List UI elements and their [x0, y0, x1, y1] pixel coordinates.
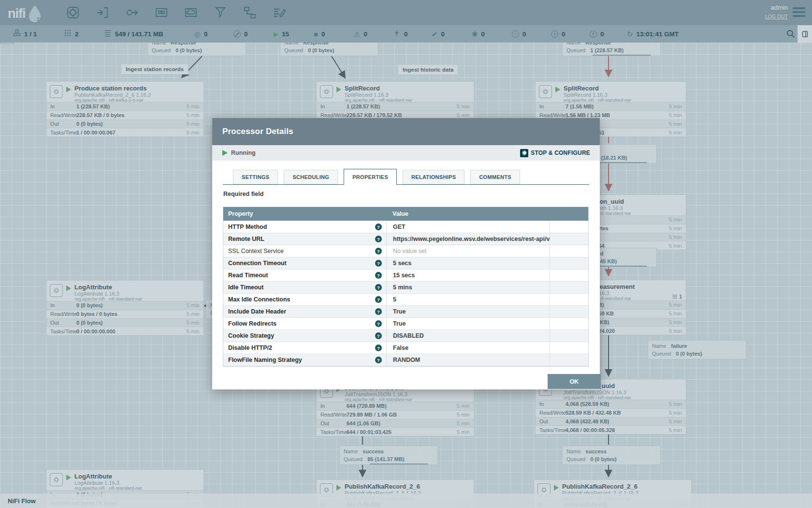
invalid-icon: ⚠: [354, 30, 360, 38]
processor-stats: In4,068 (528.59 KB)5 minRead/Write528.59…: [536, 400, 686, 434]
stat-row: In644 (729.89 MB)5 min: [317, 402, 474, 410]
status-locally-modified-count: 0: [481, 30, 485, 38]
search-icon[interactable]: [786, 29, 796, 39]
processor-name: PublishKafkaRecord_2_6: [345, 483, 420, 490]
help-icon[interactable]: ?: [375, 344, 382, 351]
stat-window: 5 min: [665, 104, 686, 109]
global-menu-button[interactable]: [793, 7, 805, 19]
stat-window: 5 min: [182, 104, 203, 109]
property-cell: Remote URL?: [223, 236, 386, 242]
stop-and-configure-button[interactable]: STOP & CONFIGURE: [520, 145, 590, 161]
processor-icon: [50, 284, 63, 297]
spare-cell: [550, 318, 588, 329]
tab-properties[interactable]: PROPERTIES: [344, 169, 397, 185]
tab-relationships[interactable]: RELATIONSHIPS: [403, 170, 464, 184]
stat-window: 5 min: [665, 311, 686, 316]
stat-label: Tasks/Time: [46, 329, 76, 334]
value-cell[interactable]: No value set: [386, 366, 550, 367]
status-bar: 1 / 12549 / 141.71 MB◎00▶15■0⚠00✔0✱0↑0!0…: [0, 25, 812, 43]
refresh-icon: ↻: [627, 30, 633, 38]
value-cell[interactable]: True: [386, 306, 550, 317]
running-icon: [222, 150, 228, 156]
connection-label-l10[interactable]: NamesuccessQueued85 (141.37 MB): [339, 446, 438, 465]
value-cell[interactable]: DISABLED: [386, 330, 550, 342]
stat-label: In: [46, 302, 76, 308]
help-icon[interactable]: ?: [375, 332, 382, 339]
value-cell[interactable]: https://www.pegelonline.wsv.de/webservic…: [386, 233, 550, 245]
property-name: Cookie Strategy: [228, 332, 274, 339]
stat-window: 5 min: [665, 427, 686, 433]
help-icon[interactable]: ?: [375, 320, 382, 327]
property-row: FlowFile Naming Strategy?RANDOM: [223, 354, 588, 366]
value-cell[interactable]: True: [386, 318, 550, 329]
property-cell: Read Timeout?: [223, 272, 386, 279]
property-cell: Idle Timeout?: [223, 284, 386, 291]
help-icon[interactable]: ?: [375, 296, 382, 303]
help-icon[interactable]: ?: [375, 357, 382, 363]
stat-window: 5 min: [665, 401, 686, 407]
stat-label: Out: [46, 121, 76, 127]
value-cell[interactable]: RANDOM: [386, 354, 550, 366]
property-value: RANDOM: [393, 357, 420, 363]
help-icon[interactable]: ?: [375, 308, 382, 315]
stop-configure-label: STOP & CONFIGURE: [531, 149, 590, 156]
help-icon[interactable]: ?: [375, 248, 382, 254]
value-cell[interactable]: 15 secs: [386, 269, 550, 281]
funnel-icon[interactable]: [213, 5, 228, 20]
help-icon[interactable]: ?: [375, 260, 382, 267]
input-port-icon[interactable]: [95, 5, 110, 20]
ok-button[interactable]: OK: [548, 374, 601, 389]
stat-window: 5 min: [665, 130, 686, 135]
property-name: SSL Context Service: [228, 248, 284, 254]
stat-value: 644 (729.89 MB): [347, 403, 452, 409]
help-icon[interactable]: ?: [375, 236, 382, 242]
birdseye-toggle-button[interactable]: [798, 25, 812, 43]
label-icon[interactable]: [272, 5, 287, 20]
spare-cell: [550, 282, 588, 293]
help-icon[interactable]: ?: [375, 224, 382, 230]
last-refresh[interactable]: ↻ 13:01:41 GMT: [627, 25, 679, 43]
process-group-icon[interactable]: [154, 5, 169, 20]
property-value: False: [393, 344, 408, 351]
tab-scheduling[interactable]: SCHEDULING: [284, 170, 338, 184]
stat-label: Out: [317, 420, 347, 426]
status-invalid: ⚠0: [354, 25, 367, 43]
connection-label-l11[interactable]: NamesuccessQueued0 (0 bytes): [562, 446, 661, 465]
property-name: FlowFile Naming Strategy: [228, 357, 302, 363]
running-icon: ▶: [274, 31, 278, 37]
status-stale-count: 0: [522, 30, 526, 38]
disabled-icon: [393, 29, 401, 39]
processor-icon[interactable]: [66, 5, 80, 20]
remote-process-group-icon[interactable]: [184, 5, 198, 20]
canvas-label-lab1[interactable]: Ingest station records: [121, 64, 188, 75]
threads-icon: [64, 29, 72, 39]
status-running: ▶15: [274, 25, 289, 43]
logout-link[interactable]: LOG OUT: [765, 14, 788, 19]
output-port-icon[interactable]: [125, 5, 139, 20]
processor-bundle: org.apache.nifi - nifi-kafka-2-6-nar: [74, 97, 144, 103]
connection-label-l9[interactable]: NamefailureQueued0 (0 bytes): [648, 340, 746, 359]
processor-icon: [50, 85, 63, 98]
value-cell[interactable]: False: [386, 342, 550, 354]
processor-bundle: org.apache.nifi - nifi-standard-nar: [74, 296, 142, 301]
value-cell[interactable]: 5 secs: [386, 257, 550, 269]
help-icon[interactable]: ?: [375, 272, 382, 279]
value-cell[interactable]: No value set: [386, 245, 550, 257]
breadcrumb[interactable]: NiFi Flow: [8, 497, 36, 505]
help-icon[interactable]: ?: [375, 284, 382, 291]
property-name: HTTP Method: [228, 224, 267, 230]
template-icon[interactable]: [243, 5, 257, 20]
stat-window: 5 min: [665, 217, 686, 223]
value-cell[interactable]: GET: [386, 221, 550, 233]
processor-p4[interactable]: LogAttributeLogAttribute 1.16.3org.apach…: [46, 280, 204, 336]
processor-p1[interactable]: Produce station recordsPublishKafkaRecor…: [46, 81, 204, 137]
stat-window: 5 min: [665, 319, 686, 325]
stat-value: 4,068 (528.59 KB): [566, 401, 665, 407]
canvas-label-lab2[interactable]: Ingest historic data: [398, 64, 458, 75]
stat-label: Read/Write: [536, 410, 566, 416]
tab-comments[interactable]: COMMENTS: [470, 170, 520, 184]
property-row: Idle Timeout?5 mins: [223, 281, 588, 293]
value-cell[interactable]: 5 mins: [386, 282, 550, 293]
tab-settings[interactable]: SETTINGS: [233, 170, 278, 184]
value-cell[interactable]: 5: [386, 294, 550, 305]
